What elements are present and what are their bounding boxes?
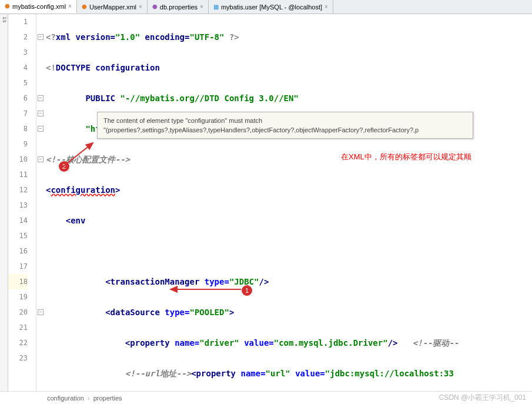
fold-toggle[interactable]: −: [38, 309, 44, 315]
tab-label: mybatis.user [MySQL - @localhost]: [221, 4, 322, 11]
line-number: 14: [8, 213, 28, 228]
tab-mybatis-user-db[interactable]: ▦ mybatis.user [MySQL - @localhost] ×: [209, 0, 333, 14]
tab-label: db.properties: [160, 4, 198, 11]
configuration-tag: configuration: [51, 185, 115, 195]
tab-mybatis-config[interactable]: ⬣ mybatis-config.xml ×: [0, 0, 77, 14]
line-number: 17: [8, 259, 28, 274]
line-number: 13: [8, 198, 28, 213]
line-number: 2: [8, 29, 28, 45]
fold-column: − − − − − −: [36, 14, 46, 391]
annotation-badge-2: 2: [59, 161, 69, 172]
line-number: 12: [8, 182, 28, 198]
fold-toggle[interactable]: −: [38, 156, 44, 162]
watermark: CSDN @小霸王学习机_001: [439, 393, 526, 403]
tab-usermapper[interactable]: ⬣ UserMapper.xml ×: [77, 0, 148, 14]
close-icon[interactable]: ×: [68, 3, 72, 9]
fold-toggle[interactable]: −: [38, 126, 44, 132]
annotation-badge-1: 1: [242, 285, 252, 296]
line-number: 20: [8, 305, 28, 320]
line-number: 18: [8, 274, 28, 289]
tab-db-properties[interactable]: ⬣ db.properties ×: [148, 0, 209, 14]
tab-label: mybatis-config.xml: [12, 3, 66, 10]
close-icon[interactable]: ×: [139, 4, 142, 10]
chevron-right-icon: ›: [88, 395, 90, 402]
line-number: 23: [8, 350, 28, 366]
editor-tabs: ⬣ mybatis-config.xml × ⬣ UserMapper.xml …: [0, 0, 532, 14]
tooltip-line: "(properties?,settings?,typeAliases?,typ…: [103, 125, 467, 135]
line-number: 16: [8, 243, 28, 259]
xml-icon: ⬣: [5, 3, 10, 9]
line-number: 11: [8, 167, 28, 182]
line-number: 21: [8, 320, 28, 335]
tooltip-line: The content of element type "configurati…: [103, 116, 467, 125]
line-number: 19: [8, 289, 28, 305]
xml-decl: <?: [46, 32, 56, 42]
line-number: 1: [8, 14, 28, 29]
close-icon[interactable]: ×: [200, 4, 203, 10]
close-icon[interactable]: ×: [324, 4, 328, 10]
tab-label: UserMapper.xml: [89, 4, 136, 11]
properties-icon: ⬣: [152, 4, 158, 10]
side-panel-label: is: [0, 14, 8, 391]
error-tooltip: The content of element type "configurati…: [97, 112, 473, 139]
line-number: 9: [8, 136, 28, 152]
line-number: 8: [8, 121, 28, 136]
line-number: 15: [8, 228, 28, 243]
editor: is 1 2 3 4 5 6 7 8 9 10 11 12 13 14 15 1…: [0, 14, 532, 391]
code-editor[interactable]: <?xml version="1.0" encoding="UTF-8" ?> …: [46, 14, 532, 391]
line-number: 4: [8, 60, 28, 75]
line-number: 22: [8, 335, 28, 350]
fold-toggle[interactable]: −: [38, 95, 44, 101]
line-number: 5: [8, 75, 28, 91]
breadcrumb-item[interactable]: configuration: [47, 395, 84, 402]
line-number: 7: [8, 106, 28, 121]
line-number: 6: [8, 91, 28, 106]
database-icon: ▦: [213, 4, 219, 10]
breadcrumb-item[interactable]: properties: [93, 395, 122, 402]
xml-icon: ⬣: [82, 4, 87, 10]
comment: <!--核心配置文件-->: [46, 155, 130, 164]
line-number: 3: [8, 45, 28, 60]
fold-toggle[interactable]: −: [38, 111, 44, 116]
fold-toggle[interactable]: −: [38, 34, 44, 40]
line-number: 10: [8, 152, 28, 167]
line-gutter: 1 2 3 4 5 6 7 8 9 10 11 12 13 14 15 16 1…: [8, 14, 36, 391]
annotation-red-text: 在XML中，所有的标签都可以规定其顺: [341, 152, 471, 162]
